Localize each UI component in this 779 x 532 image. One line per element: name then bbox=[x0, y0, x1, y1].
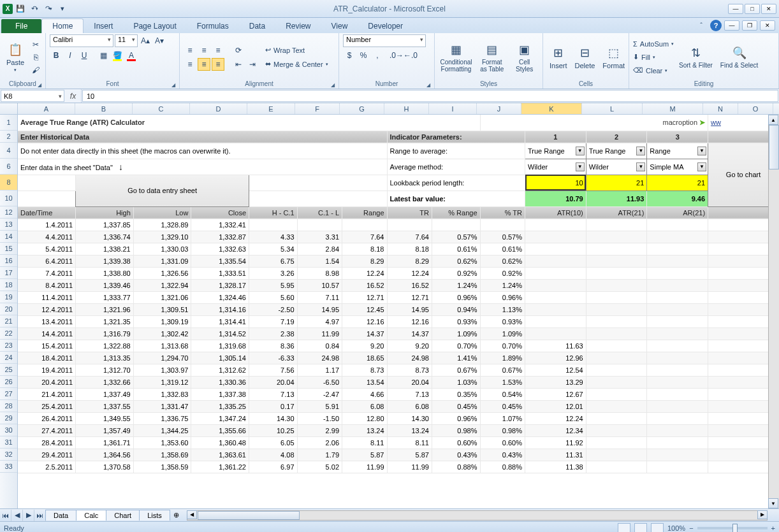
cell[interactable]: 5.60 bbox=[249, 291, 298, 303]
vscroll-thumb[interactable] bbox=[769, 125, 779, 169]
cell[interactable]: 5.91 bbox=[297, 400, 342, 412]
cell[interactable]: 8.36 bbox=[249, 340, 298, 352]
number-format-combo[interactable]: Number bbox=[343, 34, 426, 47]
cell[interactable]: 6.75 bbox=[249, 255, 298, 267]
col-header-J[interactable]: J bbox=[477, 103, 521, 114]
col-header-A[interactable]: A bbox=[18, 103, 75, 114]
cell[interactable] bbox=[586, 231, 647, 243]
cell[interactable]: 0.57% bbox=[480, 231, 525, 243]
cell[interactable]: 1.24% bbox=[480, 279, 525, 291]
row-header-6[interactable]: 6 bbox=[0, 159, 17, 175]
cells-area[interactable]: Average True Range (ATR) Calculatormacro… bbox=[18, 115, 779, 508]
cell[interactable]: 1,339.38 bbox=[76, 255, 134, 267]
cell[interactable]: 1,331.47 bbox=[133, 400, 191, 412]
sheet-tab-lists[interactable]: Lists bbox=[139, 510, 170, 521]
cell[interactable] bbox=[647, 424, 708, 436]
cell[interactable]: 8.98 bbox=[297, 267, 342, 279]
cell[interactable] bbox=[586, 449, 647, 461]
range-dropdown-3[interactable]: Range▼ bbox=[647, 143, 708, 159]
new-sheet-icon[interactable]: ⊕ bbox=[170, 511, 183, 519]
row-header-13[interactable]: 13 bbox=[0, 219, 17, 231]
cell[interactable]: 0.96% bbox=[480, 291, 525, 303]
go-to-data-entry-button[interactable]: Go to data entry sheet bbox=[76, 175, 249, 206]
cell[interactable]: 0.67% bbox=[432, 364, 480, 376]
undo-icon[interactable]: ↶▾ bbox=[28, 3, 41, 15]
increase-font-icon[interactable]: A▴ bbox=[139, 34, 152, 47]
cell[interactable]: 1.13% bbox=[480, 303, 525, 315]
zoom-out-icon[interactable]: − bbox=[689, 524, 693, 532]
file-tab[interactable]: File bbox=[1, 19, 41, 33]
cell[interactable]: 0.93% bbox=[432, 315, 480, 327]
cell[interactable] bbox=[647, 376, 708, 388]
cell[interactable]: 15.4.2011 bbox=[18, 340, 76, 352]
scroll-up-icon[interactable]: ▲ bbox=[768, 115, 778, 125]
alignment-launcher-icon[interactable]: ◢ bbox=[331, 82, 335, 88]
cell[interactable]: -2.50 bbox=[249, 303, 298, 315]
cell[interactable]: 2.99 bbox=[297, 424, 342, 436]
cell[interactable]: 1,333.77 bbox=[76, 291, 134, 303]
cell[interactable]: 1.53% bbox=[480, 376, 525, 388]
cell[interactable]: 1,330.36 bbox=[191, 376, 249, 388]
clear-button[interactable]: ⌫Clear▾ bbox=[633, 64, 674, 77]
cell[interactable]: 12.67 bbox=[525, 388, 586, 400]
cell[interactable]: -2.47 bbox=[297, 388, 342, 400]
cell[interactable]: 1,314.52 bbox=[191, 327, 249, 340]
lookback-input-1[interactable]: 10 bbox=[525, 175, 586, 191]
cell[interactable]: 1,324.46 bbox=[191, 291, 249, 303]
row-header-20[interactable]: 20 bbox=[0, 303, 17, 315]
cell[interactable]: 14.30 bbox=[249, 412, 298, 424]
col-header-D[interactable]: D bbox=[190, 103, 247, 114]
cell[interactable]: 12.54 bbox=[525, 364, 586, 376]
row-header-18[interactable]: 18 bbox=[0, 279, 17, 291]
scroll-right-icon[interactable]: ▶ bbox=[757, 510, 768, 519]
row-header-24[interactable]: 24 bbox=[0, 352, 17, 364]
lookback-input-3[interactable]: 21 bbox=[647, 175, 708, 191]
cell[interactable]: 6.08 bbox=[387, 400, 432, 412]
sheet-tab-calc[interactable]: Calc bbox=[76, 510, 106, 521]
cell[interactable]: 0.96% bbox=[432, 291, 480, 303]
cell[interactable]: 10.25 bbox=[249, 424, 298, 436]
fill-color-icon[interactable]: 🪣 bbox=[111, 49, 124, 62]
decrease-font-icon[interactable]: A▾ bbox=[153, 34, 166, 47]
zoom-in-icon[interactable]: + bbox=[771, 524, 775, 532]
tab-data[interactable]: Data bbox=[239, 19, 275, 33]
cell[interactable]: 1,294.70 bbox=[133, 352, 191, 364]
col-header-O[interactable]: O bbox=[738, 103, 773, 114]
cell[interactable]: 1,309.51 bbox=[133, 303, 191, 315]
cell[interactable]: 8.29 bbox=[342, 255, 387, 267]
cell[interactable]: 11.99 bbox=[387, 461, 432, 473]
method-dropdown-2[interactable]: Wilder▼ bbox=[586, 159, 647, 175]
cell[interactable]: 11.99 bbox=[297, 327, 342, 340]
cell[interactable]: 1,332.41 bbox=[191, 219, 249, 231]
cell[interactable]: 14.37 bbox=[342, 327, 387, 340]
accounting-icon[interactable]: $ bbox=[343, 49, 356, 62]
row-header-25[interactable]: 25 bbox=[0, 364, 17, 376]
cell[interactable]: 7.11 bbox=[297, 291, 342, 303]
row-header-16[interactable]: 16 bbox=[0, 255, 17, 267]
fill-button[interactable]: ⬇Fill▾ bbox=[633, 51, 674, 64]
cell[interactable]: 13.4.2011 bbox=[18, 315, 76, 327]
cell[interactable]: 1,312.62 bbox=[191, 364, 249, 376]
cell[interactable] bbox=[647, 243, 708, 255]
cell[interactable]: 24.98 bbox=[297, 352, 342, 364]
cell[interactable]: 8.4.2011 bbox=[18, 279, 76, 291]
cell[interactable]: 1,335.25 bbox=[191, 400, 249, 412]
decrease-indent-icon[interactable]: ⇤ bbox=[232, 58, 245, 71]
cell[interactable]: 11.99 bbox=[342, 461, 387, 473]
cell[interactable]: 11.92 bbox=[525, 436, 586, 449]
cell[interactable]: 4.33 bbox=[249, 231, 298, 243]
sheet-nav-prev-icon[interactable]: ◀ bbox=[11, 510, 23, 521]
cell[interactable]: 1,337.38 bbox=[191, 388, 249, 400]
cell[interactable] bbox=[647, 327, 708, 340]
dropdown-arrow-icon[interactable]: ▼ bbox=[697, 162, 706, 171]
cell[interactable]: 16.52 bbox=[387, 279, 432, 291]
cell[interactable]: 5.87 bbox=[387, 449, 432, 461]
cell[interactable]: 0.35% bbox=[432, 388, 480, 400]
cell[interactable]: 2.38 bbox=[249, 327, 298, 340]
dropdown-arrow-icon[interactable]: ▼ bbox=[697, 147, 706, 155]
cell[interactable] bbox=[647, 461, 708, 473]
minimize-ribbon-icon[interactable]: ˆ bbox=[695, 19, 708, 32]
cell[interactable] bbox=[586, 243, 647, 255]
cell[interactable]: 1.03% bbox=[432, 376, 480, 388]
col-header-B[interactable]: B bbox=[75, 103, 133, 114]
